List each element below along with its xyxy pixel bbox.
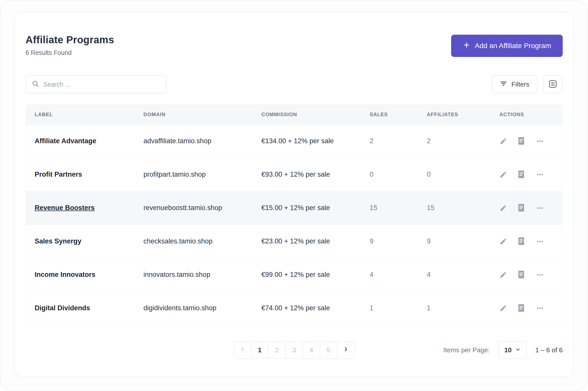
table-body: Affiliate Advantage advaffiliate.tamio.s… xyxy=(26,124,562,325)
chevron-right-icon xyxy=(343,346,349,354)
program-sales: 2 xyxy=(370,137,427,145)
items-per-page-select[interactable]: 10 xyxy=(498,341,527,359)
program-sales: 0 xyxy=(370,171,427,178)
main-card: Affiliate Programs 6 Results Found Add a… xyxy=(14,12,574,377)
filters-label: Filters xyxy=(511,80,529,88)
table-row[interactable]: Sales Synergy checksales.tamio.shop €23.… xyxy=(26,224,562,258)
table-header-row: LABEL DOMAIN COMMISSION SALES AFFILIATES… xyxy=(26,105,562,124)
search-icon xyxy=(32,80,39,89)
edit-icon[interactable] xyxy=(499,304,507,312)
column-header-actions: ACTIONS xyxy=(494,112,562,117)
next-page-button[interactable] xyxy=(337,341,355,359)
program-commission: €23.00 + 12% per sale xyxy=(261,237,370,245)
program-domain: innovators.tamio.shop xyxy=(143,271,261,279)
chevron-left-icon xyxy=(239,346,246,354)
results-range: 1 – 6 of 6 xyxy=(535,346,563,354)
more-actions-icon[interactable] xyxy=(535,137,544,145)
more-actions-icon[interactable] xyxy=(535,204,544,212)
program-affiliates: 9 xyxy=(427,237,494,245)
table-row[interactable]: Income Innovators innovators.tamio.shop … xyxy=(26,258,562,291)
program-domain: digidividents.tamio.shop xyxy=(143,304,261,312)
filters-button[interactable]: Filters xyxy=(492,75,537,93)
edit-icon[interactable] xyxy=(499,171,507,178)
program-sales: 1 xyxy=(370,304,427,312)
report-icon[interactable] xyxy=(518,137,525,145)
program-label[interactable]: Digital Dividends xyxy=(35,304,143,312)
row-actions xyxy=(494,137,562,145)
edit-icon[interactable] xyxy=(499,238,507,245)
page-button[interactable]: 5 xyxy=(320,341,338,359)
program-domain: profitpart.tamio.shop xyxy=(143,171,261,178)
report-icon[interactable] xyxy=(518,237,525,245)
filter-icon xyxy=(500,80,507,89)
program-label[interactable]: Affiliate Advantage xyxy=(35,137,143,145)
program-label[interactable]: Sales Synergy xyxy=(35,237,143,245)
program-label[interactable]: Profit Partners xyxy=(35,171,143,178)
column-header-label: LABEL xyxy=(35,112,143,117)
program-affiliates: 1 xyxy=(427,304,494,312)
previous-page-button[interactable] xyxy=(234,341,251,359)
table-row[interactable]: Digital Dividends digidividents.tamio.sh… xyxy=(26,291,562,325)
page-header: Affiliate Programs 6 Results Found Add a… xyxy=(26,34,563,57)
results-count: 6 Results Found xyxy=(26,49,114,56)
search-box[interactable] xyxy=(26,75,166,93)
program-sales: 9 xyxy=(370,237,427,245)
search-input[interactable] xyxy=(43,81,160,88)
program-commission: €15.00 + 12% per sale xyxy=(261,204,370,212)
program-affiliates: 4 xyxy=(427,271,494,279)
column-header-domain: DOMAIN xyxy=(143,112,261,117)
column-settings-button[interactable] xyxy=(543,75,563,93)
more-actions-icon[interactable] xyxy=(535,271,544,279)
edit-icon[interactable] xyxy=(499,271,507,279)
row-actions xyxy=(494,171,562,178)
program-domain: revenueboostt.tamio.shop xyxy=(143,204,261,212)
more-actions-icon[interactable] xyxy=(535,304,544,312)
plus-icon xyxy=(463,41,470,51)
table-row[interactable]: Revenue Boosters revenueboostt.tamio.sho… xyxy=(26,191,562,224)
table-row[interactable]: Profit Partners profitpart.tamio.shop €9… xyxy=(26,158,562,191)
table-footer: 1 2 3 4 5 Items per Page: 10 xyxy=(26,341,563,377)
row-actions xyxy=(494,304,562,312)
more-actions-icon[interactable] xyxy=(535,238,544,245)
items-per-page: Items per Page: 10 1 – 6 of 6 xyxy=(443,341,563,359)
page-button[interactable]: 4 xyxy=(303,341,320,359)
program-label[interactable]: Revenue Boosters xyxy=(35,204,143,212)
page-title: Affiliate Programs xyxy=(26,34,114,46)
table-row[interactable]: Affiliate Advantage advaffiliate.tamio.s… xyxy=(26,124,562,158)
program-commission: €134.00 + 12% per sale xyxy=(261,137,370,145)
edit-icon[interactable] xyxy=(499,137,507,145)
program-affiliates: 15 xyxy=(427,204,494,212)
pagination: 1 2 3 4 5 xyxy=(234,341,355,359)
column-header-affiliates: AFFILIATES xyxy=(427,112,494,117)
more-actions-icon[interactable] xyxy=(535,171,544,178)
chevron-down-icon xyxy=(515,346,521,354)
program-affiliates: 2 xyxy=(427,137,494,145)
add-affiliate-program-button[interactable]: Add an Affiliate Program xyxy=(451,35,563,57)
affiliate-programs-table: LABEL DOMAIN COMMISSION SALES AFFILIATES… xyxy=(26,105,563,325)
program-affiliates: 0 xyxy=(427,171,494,178)
title-block: Affiliate Programs 6 Results Found xyxy=(26,34,114,56)
items-per-page-label: Items per Page: xyxy=(443,346,490,354)
sliders-icon xyxy=(548,79,557,89)
toolbar-right: Filters xyxy=(492,75,563,93)
report-icon[interactable] xyxy=(518,271,525,279)
app-window: Affiliate Programs 6 Results Found Add a… xyxy=(0,0,588,391)
program-commission: €99.00 + 12% per sale xyxy=(261,271,370,279)
toolbar: Filters xyxy=(26,75,563,93)
program-sales: 4 xyxy=(370,271,427,279)
add-button-label: Add an Affiliate Program xyxy=(475,42,551,50)
program-label[interactable]: Income Innovators xyxy=(35,271,143,279)
report-icon[interactable] xyxy=(518,204,525,212)
page-button[interactable]: 1 xyxy=(251,341,269,359)
page-button[interactable]: 2 xyxy=(268,341,286,359)
report-icon[interactable] xyxy=(518,171,525,178)
edit-icon[interactable] xyxy=(499,204,507,212)
row-actions xyxy=(494,271,562,279)
program-commission: €74.00 + 12% per sale xyxy=(261,304,370,312)
page-button[interactable]: 3 xyxy=(285,341,303,359)
column-header-commission: COMMISSION xyxy=(261,112,370,117)
row-actions xyxy=(494,237,562,245)
column-header-sales: SALES xyxy=(370,112,427,117)
report-icon[interactable] xyxy=(518,304,525,312)
row-actions xyxy=(494,204,562,212)
